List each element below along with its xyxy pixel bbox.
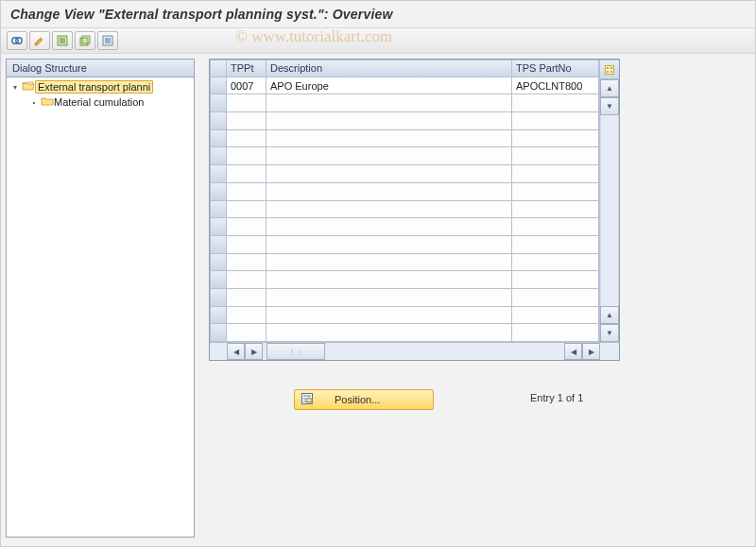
position-button[interactable]: Position... bbox=[294, 389, 434, 410]
row-selector[interactable] bbox=[210, 77, 227, 95]
tree-body: ▾ External transport planni • Material c… bbox=[7, 77, 194, 537]
svg-rect-14 bbox=[610, 67, 612, 69]
tree-item-material-cumulation[interactable]: • Material cumulation bbox=[7, 94, 194, 110]
folder-open-icon bbox=[22, 80, 35, 94]
table-row-empty[interactable] bbox=[210, 130, 599, 148]
grid-table: TPPt Description TPS PartNo 0007 APO Eur… bbox=[210, 60, 599, 342]
scroll-right-icon[interactable]: ▶ bbox=[582, 343, 600, 360]
grid-header-row: TPPt Description TPS PartNo bbox=[210, 60, 599, 77]
dialog-structure-panel: Dialog Structure ▾ External transport pl… bbox=[6, 59, 195, 538]
delete-button[interactable] bbox=[97, 31, 118, 50]
copy-as-button[interactable] bbox=[75, 31, 95, 50]
svg-point-1 bbox=[16, 38, 22, 43]
table-row-empty[interactable] bbox=[210, 324, 599, 342]
tree-item-external-transport-planning[interactable]: ▾ External transport planni bbox=[7, 79, 194, 94]
svg-rect-15 bbox=[607, 71, 609, 73]
cell-tps-partno[interactable]: APOCLNT800 bbox=[512, 77, 599, 95]
scroll-down-icon[interactable]: ▼ bbox=[600, 324, 619, 342]
tree-item-label: External transport planni bbox=[35, 80, 153, 94]
main-area: TPPt Description TPS PartNo 0007 APO Eur… bbox=[195, 54, 755, 542]
entries-grid: TPPt Description TPS PartNo 0007 APO Eur… bbox=[209, 59, 620, 361]
grid-horizontal-scrollbar[interactable]: ◀ ▶ ⋮⋮ ◀ ▶ bbox=[210, 342, 619, 360]
scroll-left-icon[interactable]: ◀ bbox=[227, 343, 245, 360]
application-toolbar bbox=[1, 27, 755, 54]
table-row-empty[interactable] bbox=[210, 254, 599, 272]
grid-vertical-scrollbar[interactable]: ▲ ▼ ▲ ▼ bbox=[599, 60, 619, 342]
table-row-empty[interactable] bbox=[210, 307, 599, 325]
scroll-thumb[interactable]: ⋮⋮ bbox=[266, 343, 325, 360]
bullet-icon: • bbox=[29, 97, 39, 107]
grid-configure-icon[interactable] bbox=[600, 60, 619, 79]
table-row-empty[interactable] bbox=[210, 147, 599, 165]
svg-rect-16 bbox=[610, 71, 612, 73]
column-header-tppt[interactable]: TPPt bbox=[227, 60, 266, 77]
tree-header: Dialog Structure bbox=[7, 60, 194, 77]
table-row-empty[interactable] bbox=[210, 112, 599, 130]
position-button-label: Position... bbox=[335, 394, 380, 405]
scroll-up-icon[interactable]: ▲ bbox=[600, 79, 619, 97]
table-row-empty[interactable] bbox=[210, 236, 599, 254]
svg-rect-13 bbox=[607, 67, 609, 69]
table-row-empty[interactable] bbox=[210, 165, 599, 183]
svg-rect-6 bbox=[80, 38, 88, 45]
scroll-track[interactable] bbox=[600, 115, 619, 306]
table-row[interactable]: 0007 APO Europe APOCLNT800 bbox=[210, 77, 599, 95]
scroll-track[interactable] bbox=[325, 343, 564, 360]
edit-button[interactable] bbox=[29, 31, 50, 50]
table-row-empty[interactable] bbox=[210, 218, 599, 236]
new-entries-button[interactable] bbox=[52, 31, 73, 50]
collapse-icon[interactable]: ▾ bbox=[10, 82, 20, 92]
sap-window: Change View "External transport planning… bbox=[0, 0, 756, 547]
table-row-empty[interactable] bbox=[210, 289, 599, 307]
table-row-empty[interactable] bbox=[210, 271, 599, 289]
tree-item-label: Material cumulation bbox=[54, 96, 144, 108]
table-row-empty[interactable] bbox=[210, 94, 599, 112]
toggle-display-change-button[interactable] bbox=[7, 31, 27, 50]
page-title: Change View "External transport planning… bbox=[1, 1, 755, 27]
table-row-empty[interactable] bbox=[210, 201, 599, 219]
folder-closed-icon bbox=[41, 95, 54, 109]
scroll-down-icon[interactable]: ▼ bbox=[600, 97, 619, 115]
position-icon bbox=[301, 392, 314, 407]
scroll-right-icon[interactable]: ▶ bbox=[245, 343, 263, 360]
cell-description[interactable]: APO Europe bbox=[266, 77, 512, 95]
content-area: Dialog Structure ▾ External transport pl… bbox=[1, 54, 755, 542]
table-row-empty[interactable] bbox=[210, 183, 599, 201]
scroll-left-icon[interactable]: ◀ bbox=[564, 343, 582, 360]
grid-select-all[interactable] bbox=[210, 60, 227, 77]
column-header-description[interactable]: Description bbox=[266, 60, 512, 77]
scroll-up-icon[interactable]: ▲ bbox=[600, 306, 619, 324]
svg-rect-12 bbox=[606, 65, 614, 74]
cell-tppt[interactable]: 0007 bbox=[227, 77, 266, 95]
entry-counter: Entry 1 of 1 bbox=[530, 392, 583, 403]
column-header-tps-partno[interactable]: TPS PartNo bbox=[512, 60, 599, 77]
